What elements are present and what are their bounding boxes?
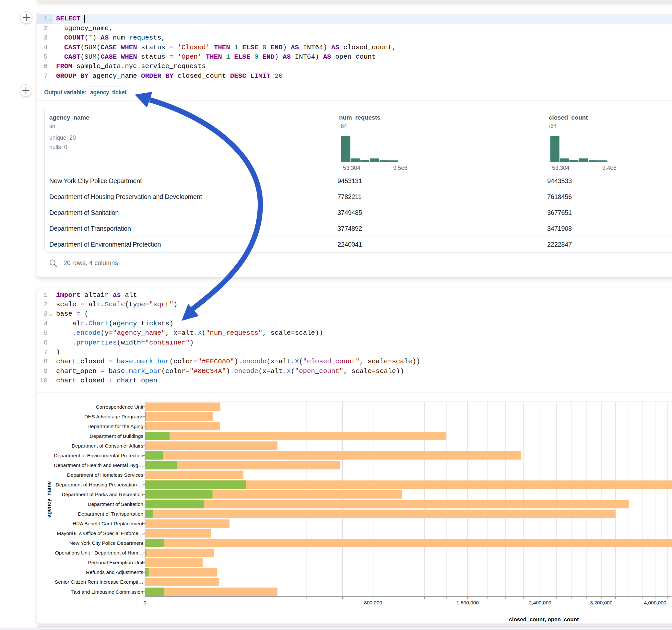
svg-text:Department of Sanitation: Department of Sanitation: [88, 501, 143, 507]
svg-text:Department of Consumer Affairs: Department of Consumer Affairs: [72, 443, 143, 449]
svg-text:agency_name: agency_name: [46, 481, 52, 517]
svg-text:Department of Housing Preserva: Department of Housing Preservation …: [55, 482, 143, 487]
svg-text:800,000: 800,000: [364, 600, 382, 605]
svg-text:4,000,000: 4,000,000: [644, 600, 667, 605]
svg-text:Refunds and Adjustments: Refunds and Adjustments: [86, 570, 143, 575]
svg-text:1,600,000: 1,600,000: [456, 600, 479, 605]
svg-text:Department of Parks and Recrea: Department of Parks and Recreation: [62, 492, 143, 497]
svg-text:HRA Benefit Card Replacement: HRA Benefit Card Replacement: [73, 521, 144, 526]
svg-text:Mayorâ€ s Office of Special E: Mayorâ€ s Office of Special Enforce…: [57, 531, 143, 536]
svg-text:Department of Buildings: Department of Buildings: [90, 433, 144, 439]
svg-text:Senior Citizen Rent Increase E: Senior Citizen Rent Increase Exempti…: [55, 579, 143, 585]
svg-text:Department of Homeless Service: Department of Homeless Services: [67, 472, 143, 478]
svg-text:3,200,000: 3,200,000: [590, 600, 613, 605]
svg-text:DHS Advantage Programs: DHS Advantage Programs: [84, 414, 143, 419]
svg-text:closed_count, open_count: closed_count, open_count: [509, 616, 579, 623]
svg-text:New York City Police Departmen: New York City Police Department: [69, 540, 144, 546]
svg-text:Personal Exemption Unit: Personal Exemption Unit: [88, 560, 143, 565]
svg-text:Department of Environmental Pr: Department of Environmental Protection: [54, 453, 143, 458]
svg-text:Department of Health and Menta: Department of Health and Mental Hyg…: [54, 462, 143, 468]
svg-text:Correspondence Unit: Correspondence Unit: [96, 404, 144, 410]
svg-text:2,400,000: 2,400,000: [529, 600, 551, 605]
svg-text:Taxi and Limousine Commission: Taxi and Limousine Commission: [71, 589, 143, 595]
svg-text:Operations Unit - Department o: Operations Unit - Department of Hom…: [55, 550, 143, 555]
svg-text:Department for the Aging: Department for the Aging: [88, 423, 143, 429]
svg-text:0: 0: [144, 600, 146, 605]
svg-text:Department of Transportation: Department of Transportation: [78, 511, 143, 516]
